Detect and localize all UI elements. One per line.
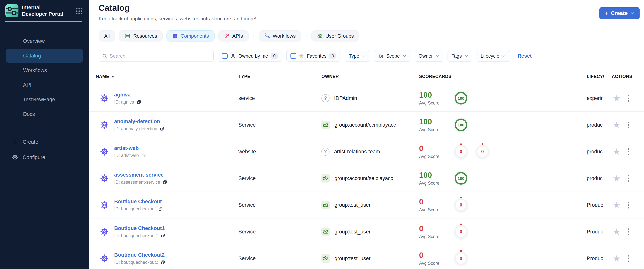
favorite-star-icon[interactable]: ★ — [613, 174, 620, 183]
favorites-filter[interactable]: ★ Favorites 0 — [286, 50, 341, 62]
tab-all[interactable]: All — [98, 30, 115, 41]
actions-cell: ★ — [604, 138, 644, 165]
sidebar-item-testnewpage[interactable]: TestNewPage — [6, 93, 83, 106]
star-icon: ★ — [299, 53, 304, 59]
tab-components[interactable]: Components — [166, 30, 214, 41]
component-name-link[interactable]: Boutique Checkout — [114, 199, 163, 205]
owner-name: IDPAdmin — [334, 95, 357, 101]
component-name-link[interactable]: anomaly-detection — [114, 119, 164, 124]
sidebar-footer: + Create Configure — [0, 134, 89, 165]
scorecard-rings: 00 — [455, 145, 489, 158]
tab-workflows[interactable]: Workflows — [259, 30, 301, 41]
actions-cell: ★ — [604, 85, 644, 111]
scorecards-cell: 0 Avg Score 0 — [419, 219, 467, 245]
sidebar-item-docs[interactable]: Docs — [6, 107, 83, 121]
sidebar-configure-button[interactable]: Configure — [0, 150, 89, 165]
scorecard-ring[interactable]: 0 — [476, 145, 489, 158]
favorites-checkbox[interactable] — [290, 53, 296, 59]
sidebar-item-workflows[interactable]: Workflows — [6, 63, 83, 77]
search-icon — [102, 53, 107, 59]
scorecard-ring[interactable]: 100 — [455, 92, 467, 104]
scorecards-cell: 0 Avg Score 0 — [419, 245, 467, 269]
favorite-star-icon[interactable]: ★ — [613, 227, 620, 236]
component-id-line: ID: assessment-service — [114, 180, 168, 185]
row-menu-icon[interactable] — [627, 254, 630, 263]
component-name-link[interactable]: artist-web — [114, 145, 146, 151]
favorite-star-icon[interactable]: ★ — [613, 147, 620, 156]
scorecards-cell: 100 Avg Score 100 — [419, 112, 467, 138]
lifecycle-dropdown[interactable]: Lifecycle — [476, 50, 510, 62]
column-header-name[interactable]: NAME — [96, 68, 114, 85]
favorite-star-icon[interactable]: ★ — [613, 120, 620, 129]
scorecard-ring[interactable]: 0 — [455, 199, 467, 211]
sidebar-header: Internal Developer Portal — [0, 0, 89, 17]
table-row: artist-web ID: artistweb website — [89, 138, 644, 165]
component-name-link[interactable]: assessment-service — [114, 172, 168, 178]
copy-icon[interactable] — [141, 153, 146, 158]
component-name-link[interactable]: Boutique Checkout1 — [114, 225, 166, 231]
component-id-line: ID: anomaly-detection — [114, 126, 164, 131]
row-menu-icon[interactable] — [627, 94, 630, 103]
copy-icon[interactable] — [160, 126, 164, 131]
scorecard-ring[interactable]: 0 — [455, 145, 467, 158]
sidebar-item-catalog[interactable]: Catalog — [6, 49, 83, 63]
copy-icon[interactable] — [160, 260, 166, 265]
scorecard-ring[interactable]: 100 — [455, 172, 467, 185]
owned-by-me-filter[interactable]: Owned by me 0 — [218, 50, 282, 62]
copy-icon[interactable] — [162, 180, 168, 185]
tab-resources[interactable]: Resources — [119, 30, 163, 41]
row-menu-icon[interactable] — [627, 147, 630, 156]
group-icon — [322, 201, 330, 209]
tags-dropdown[interactable]: Tags — [448, 50, 472, 62]
favorite-star-icon[interactable]: ★ — [613, 94, 620, 103]
avg-score-block: 100 Avg Score — [419, 171, 442, 186]
tab-apis-label: APIs — [232, 33, 243, 39]
page-subtitle: Keep track of applications, services, we… — [98, 16, 256, 22]
table-row: Boutique Checkout ID: boutiquecheckout S… — [89, 192, 644, 219]
table-row: Boutique Checkout2 ID: boutiquecheckout2… — [89, 245, 644, 269]
apps-grid-icon[interactable] — [75, 7, 83, 15]
chevron-down-icon — [362, 54, 366, 58]
question-circle-icon — [322, 94, 330, 102]
row-menu-icon[interactable] — [627, 227, 630, 236]
scorecard-ring[interactable]: 0 — [455, 252, 467, 265]
score-divider — [447, 89, 447, 107]
scorecard-ring[interactable]: 0 — [455, 225, 467, 238]
chevron-down-icon — [436, 54, 439, 58]
sidebar-item-overview[interactable]: Overview — [6, 34, 83, 48]
table-row: assessment-service ID: assessment-servic… — [89, 165, 644, 192]
tab-apis[interactable]: APIs — [218, 30, 248, 41]
owner-name: group:test_user — [334, 202, 371, 208]
name-cell: Boutique Checkout2 ID: boutiquecheckout2 — [100, 245, 166, 269]
owned-by-me-checkbox[interactable] — [222, 53, 228, 59]
column-divider — [234, 68, 234, 269]
row-menu-icon[interactable] — [627, 120, 630, 129]
sidebar-create-button[interactable]: + Create — [0, 134, 89, 150]
type-dropdown[interactable]: Type — [345, 50, 370, 62]
component-name-link[interactable]: Boutique Checkout2 — [114, 252, 166, 258]
create-button[interactable]: + Create — [600, 7, 640, 19]
favorite-star-icon[interactable]: ★ — [613, 254, 620, 263]
lifecycle-value: Produc — [587, 219, 604, 245]
component-name-link[interactable]: agniva — [114, 92, 142, 98]
group-icon — [322, 121, 330, 129]
sidebar-item-api[interactable]: API — [6, 78, 83, 92]
scorecards-cell: 100 Avg Score 100 — [419, 85, 467, 111]
search-input[interactable] — [110, 53, 210, 59]
owner-dropdown[interactable]: Owner — [415, 50, 444, 62]
reset-filters-link[interactable]: Reset — [518, 53, 532, 59]
copy-icon[interactable] — [158, 206, 163, 211]
favorite-star-icon[interactable]: ★ — [613, 201, 620, 210]
row-menu-icon[interactable] — [627, 174, 630, 183]
user-groups-icon — [317, 33, 323, 39]
type-value: Service — [238, 245, 256, 269]
row-menu-icon[interactable] — [627, 201, 630, 210]
scorecard-ring[interactable]: 100 — [455, 119, 467, 131]
copy-icon[interactable] — [160, 233, 166, 238]
avg-score-value: 0 — [419, 144, 442, 153]
tab-user-groups[interactable]: User Groups — [312, 30, 359, 41]
table-header: NAME TYPE OWNER SCORECARDS LIFECYC ACTIO… — [89, 68, 644, 85]
avg-score-value: 0 — [419, 198, 442, 206]
scope-dropdown[interactable]: Scope — [374, 50, 410, 62]
copy-icon[interactable] — [136, 99, 142, 104]
